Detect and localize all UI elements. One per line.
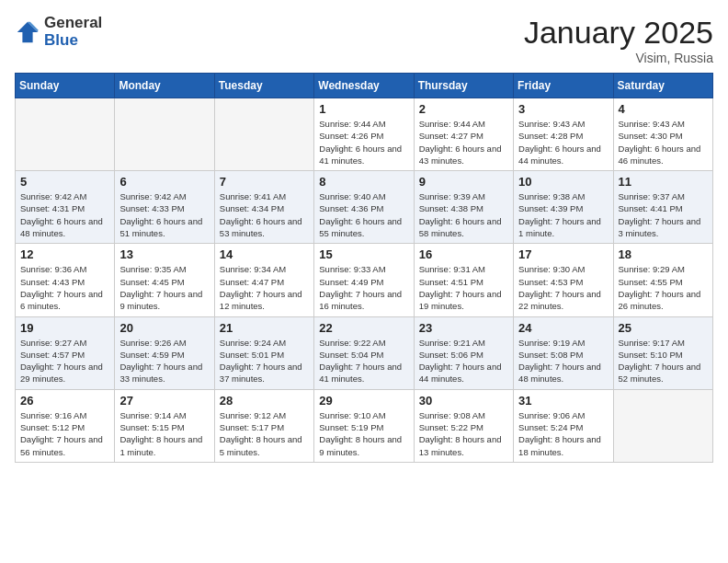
day-info: Sunrise: 9:17 AMSunset: 5:10 PMDaylight:… (619, 337, 708, 385)
calendar-day-cell: 24Sunrise: 9:19 AMSunset: 5:08 PMDayligh… (514, 316, 613, 389)
calendar-day-cell: 8Sunrise: 9:40 AMSunset: 4:36 PMDaylight… (314, 171, 414, 244)
page-header: General Blue January 2025 Visim, Russia (15, 15, 713, 65)
day-number: 23 (419, 321, 508, 335)
day-number: 12 (20, 247, 109, 261)
calendar-day-cell: 20Sunrise: 9:26 AMSunset: 4:59 PMDayligh… (115, 316, 214, 389)
calendar-day-cell: 14Sunrise: 9:34 AMSunset: 4:47 PMDayligh… (214, 244, 313, 316)
day-number: 6 (119, 175, 209, 189)
calendar-day-cell: 9Sunrise: 9:39 AMSunset: 4:38 PMDaylight… (414, 171, 513, 244)
calendar-day-cell: 22Sunrise: 9:22 AMSunset: 5:04 PMDayligh… (314, 316, 414, 389)
logo-text: General Blue (44, 15, 102, 49)
location: Visim, Russia (524, 51, 713, 65)
day-info: Sunrise: 9:40 AMSunset: 4:36 PMDaylight:… (319, 190, 408, 239)
calendar-week-row: 26Sunrise: 9:16 AMSunset: 5:12 PMDayligh… (16, 389, 713, 462)
day-info: Sunrise: 9:43 AMSunset: 4:30 PMDaylight:… (619, 118, 708, 167)
calendar-day-cell: 28Sunrise: 9:12 AMSunset: 5:17 PMDayligh… (214, 389, 313, 462)
day-number: 20 (119, 321, 209, 335)
day-number: 1 (319, 102, 408, 116)
calendar-day-cell: 29Sunrise: 9:10 AMSunset: 5:19 PMDayligh… (314, 389, 414, 462)
calendar-day-cell: 3Sunrise: 9:43 AMSunset: 4:28 PMDaylight… (514, 98, 613, 171)
day-number: 17 (518, 247, 608, 261)
day-info: Sunrise: 9:35 AMSunset: 4:45 PMDaylight:… (119, 263, 209, 312)
calendar-day-cell (613, 389, 712, 462)
day-number: 16 (419, 247, 508, 261)
day-number: 21 (220, 321, 309, 335)
day-number: 13 (119, 247, 209, 261)
day-info: Sunrise: 9:06 AMSunset: 5:24 PMDaylight:… (518, 409, 608, 458)
day-info: Sunrise: 9:26 AMSunset: 4:59 PMDaylight:… (119, 337, 209, 385)
day-number: 18 (619, 247, 708, 261)
weekday-header-sunday: Sunday (16, 74, 115, 98)
day-info: Sunrise: 9:41 AMSunset: 4:34 PMDaylight:… (220, 190, 309, 239)
calendar-week-row: 5Sunrise: 9:42 AMSunset: 4:31 PMDaylight… (16, 171, 713, 244)
calendar-day-cell: 25Sunrise: 9:17 AMSunset: 5:10 PMDayligh… (613, 316, 712, 389)
day-number: 7 (220, 175, 309, 189)
day-info: Sunrise: 9:21 AMSunset: 5:06 PMDaylight:… (419, 337, 508, 385)
calendar-day-cell: 26Sunrise: 9:16 AMSunset: 5:12 PMDayligh… (16, 389, 115, 462)
calendar-week-row: 1Sunrise: 9:44 AMSunset: 4:26 PMDaylight… (16, 98, 713, 171)
day-number: 19 (20, 321, 109, 335)
weekday-header-wednesday: Wednesday (314, 74, 414, 98)
calendar-day-cell: 4Sunrise: 9:43 AMSunset: 4:30 PMDaylight… (613, 98, 712, 171)
day-number: 28 (220, 394, 309, 408)
day-info: Sunrise: 9:38 AMSunset: 4:39 PMDaylight:… (518, 190, 608, 239)
day-number: 30 (419, 394, 508, 408)
day-number: 9 (419, 175, 508, 189)
day-info: Sunrise: 9:12 AMSunset: 5:17 PMDaylight:… (220, 409, 309, 458)
calendar-day-cell: 12Sunrise: 9:36 AMSunset: 4:43 PMDayligh… (16, 244, 115, 316)
day-info: Sunrise: 9:19 AMSunset: 5:08 PMDaylight:… (518, 337, 608, 385)
calendar-day-cell: 21Sunrise: 9:24 AMSunset: 5:01 PMDayligh… (214, 316, 313, 389)
calendar-day-cell (214, 98, 313, 171)
calendar-day-cell: 10Sunrise: 9:38 AMSunset: 4:39 PMDayligh… (514, 171, 613, 244)
day-info: Sunrise: 9:08 AMSunset: 5:22 PMDaylight:… (419, 409, 508, 458)
logo-general: General (44, 15, 102, 32)
day-info: Sunrise: 9:33 AMSunset: 4:49 PMDaylight:… (319, 263, 408, 312)
calendar-day-cell: 2Sunrise: 9:44 AMSunset: 4:27 PMDaylight… (414, 98, 513, 171)
calendar-week-row: 19Sunrise: 9:27 AMSunset: 4:57 PMDayligh… (16, 316, 713, 389)
logo: General Blue (15, 15, 102, 49)
calendar-day-cell: 18Sunrise: 9:29 AMSunset: 4:55 PMDayligh… (613, 244, 712, 316)
day-info: Sunrise: 9:36 AMSunset: 4:43 PMDaylight:… (20, 263, 109, 312)
day-info: Sunrise: 9:37 AMSunset: 4:41 PMDaylight:… (619, 190, 708, 239)
calendar-table: SundayMondayTuesdayWednesdayThursdayFrid… (15, 73, 713, 463)
calendar-week-row: 12Sunrise: 9:36 AMSunset: 4:43 PMDayligh… (16, 244, 713, 316)
calendar-day-cell: 11Sunrise: 9:37 AMSunset: 4:41 PMDayligh… (613, 171, 712, 244)
calendar-day-cell: 1Sunrise: 9:44 AMSunset: 4:26 PMDaylight… (314, 98, 414, 171)
day-number: 4 (619, 102, 708, 116)
day-number: 25 (619, 321, 708, 335)
day-info: Sunrise: 9:22 AMSunset: 5:04 PMDaylight:… (319, 337, 408, 385)
day-info: Sunrise: 9:43 AMSunset: 4:28 PMDaylight:… (518, 118, 608, 167)
day-number: 14 (220, 247, 309, 261)
day-number: 22 (319, 321, 408, 335)
calendar-day-cell (16, 98, 115, 171)
calendar-day-cell: 27Sunrise: 9:14 AMSunset: 5:15 PMDayligh… (115, 389, 214, 462)
month-title: January 2025 (524, 15, 713, 51)
day-number: 5 (20, 175, 109, 189)
day-number: 27 (119, 394, 209, 408)
day-number: 11 (619, 175, 708, 189)
calendar-day-cell: 30Sunrise: 9:08 AMSunset: 5:22 PMDayligh… (414, 389, 513, 462)
day-info: Sunrise: 9:30 AMSunset: 4:53 PMDaylight:… (518, 263, 608, 312)
calendar-day-cell: 7Sunrise: 9:41 AMSunset: 4:34 PMDaylight… (214, 171, 313, 244)
day-info: Sunrise: 9:44 AMSunset: 4:26 PMDaylight:… (319, 118, 408, 167)
day-number: 3 (518, 102, 608, 116)
day-info: Sunrise: 9:42 AMSunset: 4:31 PMDaylight:… (20, 190, 109, 239)
weekday-header-row: SundayMondayTuesdayWednesdayThursdayFrid… (16, 74, 713, 98)
calendar-day-cell: 19Sunrise: 9:27 AMSunset: 4:57 PMDayligh… (16, 316, 115, 389)
day-info: Sunrise: 9:39 AMSunset: 4:38 PMDaylight:… (419, 190, 508, 239)
day-info: Sunrise: 9:29 AMSunset: 4:55 PMDaylight:… (619, 263, 708, 312)
day-info: Sunrise: 9:16 AMSunset: 5:12 PMDaylight:… (20, 409, 109, 458)
day-number: 15 (319, 247, 408, 261)
day-number: 8 (319, 175, 408, 189)
day-info: Sunrise: 9:42 AMSunset: 4:33 PMDaylight:… (119, 190, 209, 239)
weekday-header-friday: Friday (514, 74, 613, 98)
day-number: 24 (518, 321, 608, 335)
day-info: Sunrise: 9:14 AMSunset: 5:15 PMDaylight:… (119, 409, 209, 458)
calendar-day-cell: 23Sunrise: 9:21 AMSunset: 5:06 PMDayligh… (414, 316, 513, 389)
calendar-day-cell: 5Sunrise: 9:42 AMSunset: 4:31 PMDaylight… (16, 171, 115, 244)
title-block: January 2025 Visim, Russia (524, 15, 713, 65)
day-info: Sunrise: 9:31 AMSunset: 4:51 PMDaylight:… (419, 263, 508, 312)
day-number: 26 (20, 394, 109, 408)
logo-icon (15, 19, 40, 45)
calendar-day-cell: 16Sunrise: 9:31 AMSunset: 4:51 PMDayligh… (414, 244, 513, 316)
